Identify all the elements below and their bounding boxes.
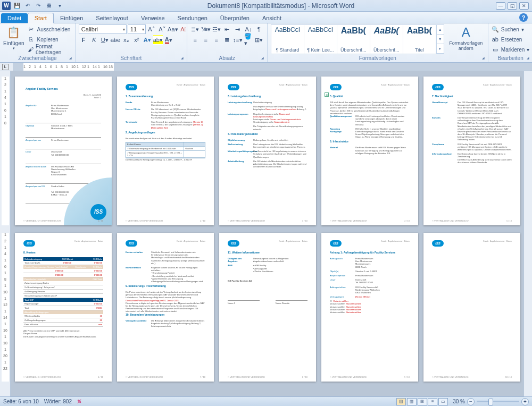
strike-button[interactable]: abe	[111, 35, 120, 45]
save-icon[interactable]: 💾	[13, 2, 21, 10]
styles-gallery[interactable]: AaBbCcI¶ StandardAaBbCcI¶ Kein Lee...AaB…	[271, 24, 444, 54]
align-right-button[interactable]: ≡	[212, 35, 221, 45]
justify-button[interactable]: ≣	[222, 35, 232, 45]
window-title: Dokument8 [Kompatibilitätsmodus] - Micro…	[66, 2, 496, 10]
tab-review[interactable]: Überprüfen	[214, 13, 256, 23]
paste-icon: 📋	[6, 24, 22, 40]
print-icon[interactable]: 🖶	[45, 2, 53, 10]
zoom-in-button[interactable]: +	[521, 398, 529, 405]
bullets-button[interactable]: ≣▾	[190, 24, 200, 34]
tab-start[interactable]: Start	[28, 13, 54, 23]
horizontal-ruler[interactable]: L 1214161811011211411618	[0, 63, 532, 71]
multilevel-button[interactable]: ☲▾	[212, 24, 221, 34]
tab-layout[interactable]: Seitenlayout	[89, 13, 135, 23]
line-spacing-button[interactable]: ↕≡▾	[233, 35, 243, 45]
format-painter-button[interactable]: 🖌Format übertragen	[27, 45, 71, 54]
superscript-button[interactable]: x²	[132, 35, 142, 45]
gallery-scroll[interactable]: ▾	[437, 44, 444, 54]
page-9[interactable]: ISSKunde · Angebotsnummer · DatumAnhang …	[321, 233, 418, 382]
page-8[interactable]: ISSKunde · Angebotsnummer · Datum11. Wei…	[219, 233, 316, 382]
page-7[interactable]: ISSKunde · Angebotsnummer · DatumKosten …	[117, 233, 214, 382]
zoom-level[interactable]: 30 %	[453, 399, 465, 404]
borders-button[interactable]: ⊞▾	[254, 35, 264, 45]
group-styles: AaBbCcI¶ StandardAaBbCcI¶ Kein Lee...AaB…	[268, 23, 488, 62]
gallery-scroll[interactable]: ▼	[437, 35, 444, 44]
status-page[interactable]: Seite: 6 von 10	[3, 399, 39, 404]
window-controls: — ◱ ✕	[496, 2, 532, 10]
grow-font-button[interactable]: A˄	[147, 24, 156, 34]
help-icon[interactable]: ?	[519, 13, 528, 22]
font-color-button[interactable]: A▾	[164, 35, 173, 45]
page-3[interactable]: ISSKunde · Angebotsnummer · Datum3. Leis…	[219, 77, 316, 225]
bold-button[interactable]: F	[79, 35, 88, 45]
close-button[interactable]: ✕	[519, 2, 529, 10]
font-name-combo[interactable]: Calibri	[79, 24, 127, 34]
page-10[interactable]: ISSKunde · Angebotsnummer · Datum© VERTR…	[423, 233, 520, 382]
select-button[interactable]: ▭Markieren ▾	[492, 45, 529, 54]
text-effects-button[interactable]: A▾	[143, 35, 152, 45]
page-2[interactable]: ISSKunde · Angebotsnummer · Datum1. Zusa…	[117, 77, 214, 225]
change-case-button[interactable]: Aa▾	[168, 24, 178, 34]
title-bar: W 💾 ↶ ↷ 🖶 ▾ Dokument8 [Kompatibilitätsmo…	[0, 0, 532, 12]
tab-file[interactable]: Datei	[1, 13, 28, 23]
document-area[interactable]: Angebot Facility ServicesBiern, 9. Juni …	[11, 71, 523, 396]
proofing-icon[interactable]: ✎̸	[77, 399, 81, 404]
draft-view[interactable]: ▭	[438, 398, 448, 405]
vertical-scrollbar[interactable]	[523, 71, 532, 396]
change-styles-button[interactable]: A Formatvorlagen ändern	[447, 24, 485, 51]
align-left-button[interactable]: ≡	[190, 35, 200, 45]
shading-button[interactable]: 🪣▾	[244, 35, 253, 45]
status-words[interactable]: Wörter: 902	[44, 399, 72, 404]
tab-references[interactable]: Verweise	[135, 13, 171, 23]
qat-more-icon[interactable]: ▾	[55, 2, 64, 10]
replace-button[interactable]: abErsetzen	[492, 35, 529, 44]
tab-selector[interactable]: L	[2, 64, 9, 70]
replace-icon: ab	[492, 36, 499, 43]
group-clipboard: 📋 Einfügen▾ ✂Ausschneiden ⎘Kopieren 🖌For…	[0, 23, 76, 62]
page-1[interactable]: Angebot Facility ServicesBiern, 9. Juni …	[15, 77, 112, 225]
ribbon-tabs: Datei Start Einfügen Seitenlayout Verwei…	[0, 12, 532, 23]
cut-button[interactable]: ✂Ausschneiden	[27, 24, 71, 34]
restore-button[interactable]: ◱	[508, 2, 517, 10]
group-paragraph: ≣▾ ⅟≡▾ ☲▾ ⇤ ⇥ A↓ ¶ ≡ ≡ ≡ ≣ ↕≡▾ 🪣▾ ⊞▾	[187, 23, 268, 62]
page-5[interactable]: ISSKunde · Angebotsnummer · Datum7. Nach…	[423, 77, 520, 225]
zoom-out-button[interactable]: −	[467, 398, 475, 405]
word-icon: W	[2, 2, 11, 10]
style-tile[interactable]: AaBb(Titel	[403, 25, 436, 54]
style-tile[interactable]: AaBbCcI¶ Standard	[271, 25, 304, 54]
style-tile[interactable]: AaBb(Überschrif...	[370, 25, 403, 54]
underline-button[interactable]: U▾	[100, 35, 110, 45]
print-layout-view[interactable]: ▤	[396, 398, 406, 405]
vertical-ruler[interactable]: 1214161812141618110112114116118120122	[0, 71, 11, 396]
italic-button[interactable]: K	[89, 35, 99, 45]
zoom-control: 30 % − +	[453, 398, 529, 405]
tab-insert[interactable]: Einfügen	[54, 13, 89, 23]
minimize-button[interactable]: —	[496, 2, 505, 10]
shrink-font-button[interactable]: A˅	[157, 24, 167, 34]
indent-button[interactable]: ⇥	[233, 24, 243, 34]
zoom-slider[interactable]	[477, 401, 519, 402]
show-marks-button[interactable]: ¶	[254, 24, 264, 34]
gallery-scroll[interactable]: ▲	[437, 25, 444, 35]
tab-view[interactable]: Ansicht	[256, 13, 288, 23]
align-center-button[interactable]: ≡	[201, 35, 211, 45]
outdent-button[interactable]: ⇤	[222, 24, 232, 34]
outline-view[interactable]: ≡	[428, 398, 437, 405]
page-4[interactable]: ISSKunde · Angebotsnummer · Datum✚5. Qua…	[321, 77, 418, 225]
numbering-button[interactable]: ⅟≡▾	[201, 24, 211, 34]
undo-icon[interactable]: ↶	[23, 2, 32, 10]
web-view[interactable]: ⊞	[418, 398, 427, 405]
page-6[interactable]: ISSKunde · Angebotsnummer · Datum8. Kost…	[15, 233, 112, 382]
style-tile[interactable]: AaBbCcI¶ Kein Lee...	[304, 25, 337, 54]
tab-mailings[interactable]: Sendungen	[171, 13, 214, 23]
find-button[interactable]: 🔍Suchen ▾	[492, 24, 529, 34]
paste-button[interactable]: 📋 Einfügen▾	[3, 24, 24, 50]
style-tile[interactable]: AaBb(Überschrif...	[337, 25, 370, 54]
font-size-combo[interactable]: 11	[128, 24, 146, 34]
highlight-button[interactable]: ab▾	[153, 35, 163, 45]
brush-icon: 🖌	[27, 46, 33, 53]
copy-button[interactable]: ⎘Kopieren	[27, 35, 71, 44]
subscript-button[interactable]: x₂	[121, 35, 131, 45]
redo-icon[interactable]: ↷	[34, 2, 43, 10]
reading-view[interactable]: ▥	[407, 398, 417, 405]
